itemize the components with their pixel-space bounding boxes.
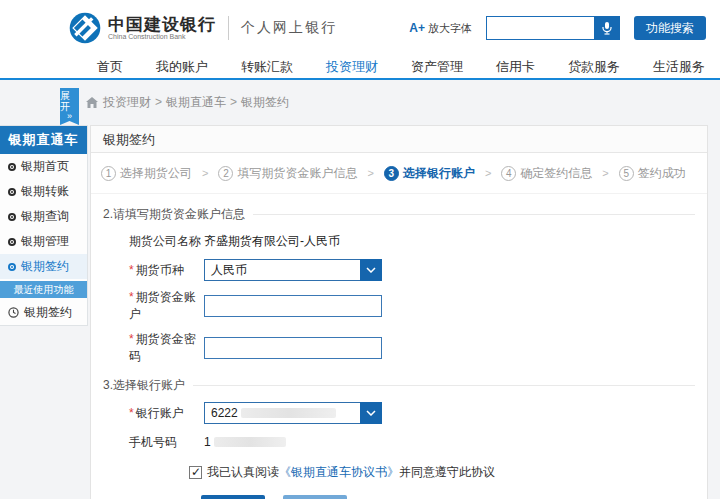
main-nav: 首页 我的账户 转账汇款 投资理财 资产管理 信用卡 贷款服务 生活服务: [0, 56, 720, 78]
breadcrumb-row: 展开 » 投资理财 银期直通车 银期签约: [0, 80, 720, 125]
phone-value: 1: [204, 435, 286, 449]
section-2-title: 2.请填写期货资金账户信息: [103, 206, 245, 223]
nav-item-credit-card[interactable]: 信用卡: [496, 58, 535, 76]
font-zoom-icon: A+: [409, 21, 425, 35]
currency-selected-value: 人民币: [205, 262, 360, 279]
portal-title: 个人网上银行: [241, 19, 337, 37]
previous-step-button[interactable]: 上一步: [283, 495, 347, 499]
breadcrumb-investment[interactable]: 投资理财: [103, 94, 151, 111]
expand-label: 展开: [60, 91, 79, 112]
clock-icon: [8, 307, 19, 318]
fund-account-input[interactable]: [204, 295, 382, 317]
recent-functions-header: 最近使用功能: [0, 281, 87, 298]
fund-password-label: 期货资金密码: [129, 331, 204, 365]
voice-search-button[interactable]: [594, 16, 620, 40]
section-divider: [193, 385, 695, 386]
function-search-button[interactable]: 功能搜索: [634, 16, 706, 40]
sidebar-item-label: 银期签约: [21, 258, 69, 275]
next-step-button[interactable]: 下一步: [201, 495, 265, 499]
agreement-text-prefix: 我已认真阅读: [207, 464, 279, 481]
bank-account-select[interactable]: 6222: [204, 402, 382, 424]
section-2-header: 2.请填写期货资金账户信息: [103, 206, 695, 223]
phone-label: 手机号码: [129, 434, 204, 451]
bank-name-cn: 中国建设银行: [108, 16, 216, 34]
sidebar-title: 银期直通车: [0, 126, 87, 154]
step-2: 2 填写期货资金账户信息: [218, 165, 357, 182]
nav-item-life[interactable]: 生活服务: [653, 58, 705, 76]
section-3-header: 3.选择银行账户: [103, 377, 695, 394]
sidebar-recent-item-signing[interactable]: 银期签约: [0, 300, 87, 325]
redacted-phone-number: [214, 437, 286, 447]
sidebar-item-futures-signing[interactable]: 银期签约: [0, 254, 87, 279]
bullet-icon: [8, 263, 16, 271]
step-5-label: 签约成功: [638, 165, 686, 182]
step-1-circle: 1: [101, 166, 116, 181]
phone-row: 手机号码 1: [129, 432, 707, 452]
expand-arrows-icon: »: [67, 112, 72, 121]
currency-label: 期货币种: [129, 262, 204, 279]
sidebar-item-label: 银期首页: [21, 158, 69, 175]
nav-item-investment[interactable]: 投资理财: [326, 58, 378, 76]
step-4-label: 确定签约信息: [520, 165, 592, 182]
bank-account-row: 银行账户 6222: [129, 402, 707, 424]
step-separator: >: [485, 167, 491, 179]
currency-select[interactable]: 人民币: [204, 259, 382, 281]
step-indicator: 1 选择期货公司 > 2 填写期货资金账户信息 > 3 选择银行账户 >: [91, 153, 707, 194]
nav-item-transfer[interactable]: 转账汇款: [241, 58, 293, 76]
step-5-circle: 5: [619, 166, 634, 181]
font-zoom-button[interactable]: A+ 放大字体: [409, 21, 472, 36]
step-4-circle: 4: [501, 166, 516, 181]
agreement-text-suffix: 并同意遵守此协议: [399, 464, 495, 481]
breadcrumb: 投资理财 银期直通车 银期签约: [86, 94, 289, 111]
sidebar-item-futures-transfer[interactable]: 银期转账: [0, 179, 87, 204]
currency-dropdown-button[interactable]: [360, 259, 382, 281]
fund-password-row: 期货资金密码: [129, 331, 707, 365]
sidebar-item-futures-query[interactable]: 银期查询: [0, 204, 87, 229]
company-name-row: 期货公司名称 齐盛期货有限公司-人民币: [129, 231, 707, 251]
top-header: 中国建设银行 China Construction Bank 个人网上银行 A+…: [0, 0, 720, 56]
fund-password-input[interactable]: [204, 337, 382, 359]
chevron-down-icon: [366, 410, 376, 416]
step-1-label: 选择期货公司: [120, 165, 192, 182]
nav-item-home[interactable]: 首页: [97, 58, 123, 76]
company-name-label: 期货公司名称: [129, 233, 204, 250]
bank-logo: 中国建设银行 China Construction Bank: [68, 11, 216, 45]
step-2-label: 填写期货资金账户信息: [237, 165, 357, 182]
bank-account-dropdown-button[interactable]: [360, 402, 382, 424]
bullet-icon: [8, 188, 16, 196]
header-divider: [228, 16, 229, 40]
section-divider: [253, 214, 695, 215]
step-3-active: 3 选择银行账户: [384, 165, 475, 182]
sidebar-item-futures-manage[interactable]: 银期管理: [0, 229, 87, 254]
currency-row: 期货币种 人民币: [129, 259, 707, 281]
step-5: 5 签约成功: [619, 165, 686, 182]
step-1: 1 选择期货公司: [101, 165, 192, 182]
step-separator: >: [602, 167, 608, 179]
bank-account-number-prefix: 6222: [211, 406, 238, 420]
bank-account-value: 6222: [205, 406, 360, 420]
nav-item-my-account[interactable]: 我的账户: [156, 58, 208, 76]
font-zoom-label: 放大字体: [428, 21, 472, 36]
content-area: 展开 » 投资理财 银期直通车 银期签约 银期直通车 银期首页: [0, 80, 720, 499]
main-panel: 银期签约 1 选择期货公司 > 2 填写期货资金账户信息 > 3 选择银行账户: [90, 125, 708, 499]
breadcrumb-bank-futures[interactable]: 银期直通车: [151, 94, 226, 111]
home-icon: [86, 97, 98, 108]
sidebar-item-futures-home[interactable]: 银期首页: [0, 154, 87, 179]
step-4: 4 确定签约信息: [501, 165, 592, 182]
action-buttons: 下一步 上一步: [201, 495, 707, 499]
company-name-value: 齐盛期货有限公司-人民币: [204, 233, 340, 250]
agreement-link[interactable]: 《银期直通车协议书》: [279, 464, 399, 481]
sidebar-item-label: 银期查询: [21, 208, 69, 225]
header-tools: A+ 放大字体 功能搜索: [409, 16, 706, 40]
agreement-checkbox-checked[interactable]: [189, 466, 202, 479]
fund-account-row: 期货资金账户: [129, 289, 707, 323]
step-3-label: 选择银行账户: [403, 165, 475, 182]
ccb-logo-icon: [68, 11, 102, 45]
expand-menu-ribbon[interactable]: 展开 »: [60, 88, 79, 125]
nav-item-loan[interactable]: 贷款服务: [568, 58, 620, 76]
nav-item-asset-mgmt[interactable]: 资产管理: [411, 58, 463, 76]
search-input[interactable]: [486, 16, 594, 40]
fund-account-label: 期货资金账户: [129, 289, 204, 323]
microphone-icon: [601, 21, 613, 35]
section-3-title: 3.选择银行账户: [103, 377, 185, 394]
